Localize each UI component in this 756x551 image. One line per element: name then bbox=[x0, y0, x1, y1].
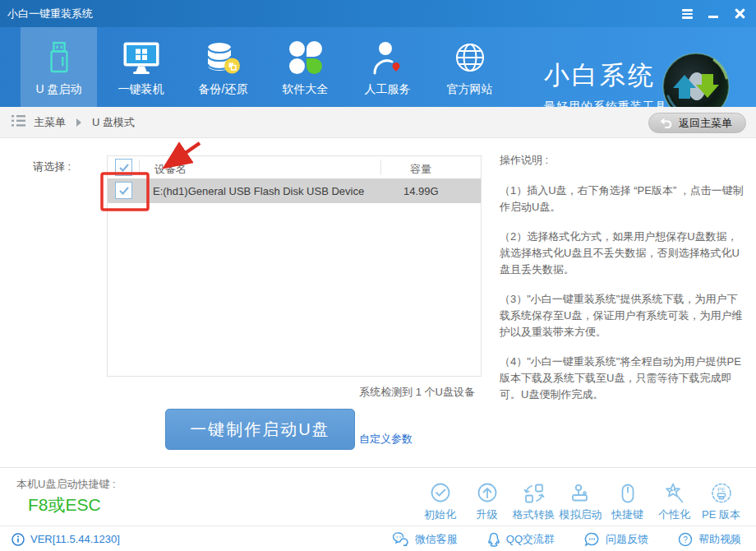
column-header-device-name: 设备名 bbox=[154, 162, 187, 177]
tools-row: 初始化 升级 格式转换 模拟 bbox=[417, 482, 744, 522]
custom-params-link[interactable]: 自定义参数 bbox=[359, 432, 413, 447]
footer-links: 微信客服 QQ交流群 问题反馈 bbox=[393, 532, 741, 547]
column-header-capacity: 容量 bbox=[410, 162, 431, 177]
back-button-label: 返回主菜单 bbox=[679, 116, 732, 131]
nav-tab-label: 备份/还原 bbox=[199, 82, 248, 97]
monitor-icon bbox=[122, 39, 160, 76]
close-icon[interactable] bbox=[734, 8, 746, 19]
column-divider bbox=[380, 160, 381, 175]
help-question-icon: ? bbox=[678, 532, 693, 547]
breadcrumb-arrow-icon bbox=[76, 118, 81, 127]
tool-pe-version[interactable]: PE PE 版本 bbox=[698, 482, 744, 522]
brand-name: 小白系统 bbox=[544, 58, 667, 93]
hotkey-label: 本机U盘启动快捷键 : bbox=[16, 477, 116, 492]
footer-link-label: QQ交流群 bbox=[506, 532, 555, 547]
device-table-header: 设备名 容量 bbox=[108, 156, 481, 178]
tool-initialize[interactable]: 初始化 bbox=[417, 482, 463, 522]
make-boot-usb-button[interactable]: 一键制作启动U盘 bbox=[165, 409, 355, 450]
select-label: 请选择 : bbox=[33, 160, 71, 174]
app-window: 小白一键重装系统 U 盘启动 bbox=[0, 0, 756, 551]
breadcrumb: 主菜单 U 盘模式 返回主菜单 bbox=[0, 107, 756, 138]
detect-status-text: 系统检测到 1 个U盘设备 bbox=[247, 385, 475, 400]
support-person-icon bbox=[371, 39, 404, 76]
backup-restore-icon bbox=[205, 39, 241, 76]
tool-label: 模拟启动 bbox=[560, 507, 602, 522]
nav-tab-label: 官方网站 bbox=[447, 82, 493, 97]
qq-group-link[interactable]: QQ交流群 bbox=[487, 532, 555, 547]
instruction-step: （2）选择格式化方式，如果用户想保存U盘数据，就选择格式化U盘且不丢失数据，否则… bbox=[500, 229, 748, 278]
breadcrumb-root[interactable]: 主菜单 bbox=[34, 115, 66, 130]
main-content: 请选择 : 设备名 容量 E:(hd1)General USB Flash Di… bbox=[0, 138, 756, 467]
instruction-step: （4）"小白一键重装系统"将全程自动为用户提供PE版本下载及系统下载至U盘，只需… bbox=[500, 354, 748, 403]
tool-personalize[interactable]: 个性化 bbox=[651, 482, 698, 522]
info-icon bbox=[12, 533, 25, 546]
nav-tab-label: U 盘启动 bbox=[36, 82, 82, 97]
mouse-icon bbox=[616, 482, 639, 505]
tool-label: 个性化 bbox=[658, 507, 690, 522]
device-table: 设备名 容量 E:(hd1)General USB Flash Disk USB… bbox=[107, 155, 482, 377]
nav-tab-backup-restore[interactable]: 备份/还原 bbox=[185, 27, 261, 107]
wechat-support-link[interactable]: 微信客服 bbox=[393, 532, 458, 547]
device-row[interactable]: E:(hd1)General USB Flash Disk USB Device… bbox=[108, 178, 481, 203]
tool-upgrade[interactable]: 升级 bbox=[463, 482, 510, 522]
pe-version-icon: PE bbox=[710, 482, 733, 505]
main-nav: U 盘启动 一键装机 bbox=[0, 27, 756, 107]
instructions-title: 操作说明 : bbox=[500, 152, 748, 169]
nav-tab-label: 一键装机 bbox=[118, 82, 164, 97]
simulate-boot-joystick-icon bbox=[569, 482, 592, 505]
bottom-bar: VER[11.5.44.1230] 微信客服 QQ交流群 bbox=[0, 526, 756, 551]
tool-label: 格式转换 bbox=[513, 507, 555, 522]
feedback-link[interactable]: 问题反馈 bbox=[584, 532, 648, 547]
tool-label: 初始化 bbox=[424, 507, 456, 522]
tool-format-convert[interactable]: 格式转换 bbox=[510, 482, 557, 522]
select-all-checkbox[interactable] bbox=[115, 159, 132, 176]
instructions-panel: 操作说明 : （1）插入U盘，右下角选择 “PE版本” ，点击一键制作启动U盘。… bbox=[500, 152, 748, 416]
svg-text:?: ? bbox=[683, 535, 688, 544]
instruction-step: （3）"小白一键重装系统"提供系统下载，为用户下载系统保存至U盘，保证用户有系统… bbox=[500, 291, 748, 340]
wechat-icon bbox=[393, 532, 409, 546]
tool-label: 快捷键 bbox=[611, 507, 643, 522]
help-video-link[interactable]: ? 帮助视频 bbox=[678, 532, 741, 547]
tool-simulate-boot[interactable]: 模拟启动 bbox=[557, 482, 604, 522]
svg-text:PE: PE bbox=[717, 486, 725, 493]
nav-tab-usb-boot[interactable]: U 盘启动 bbox=[21, 27, 97, 107]
usb-drive-icon bbox=[46, 39, 72, 76]
personalize-star-icon bbox=[663, 482, 686, 505]
window-title: 小白一键重装系统 bbox=[7, 7, 93, 21]
nav-tab-one-key-install[interactable]: 一键装机 bbox=[103, 27, 179, 107]
footer: 本机U盘启动快捷键 : F8或ESC 初始化 升级 bbox=[0, 467, 756, 551]
device-row-checkbox[interactable] bbox=[115, 182, 132, 199]
brand-block: 小白系统 最好用的系统重装工具 bbox=[544, 58, 667, 114]
column-divider bbox=[139, 160, 140, 175]
back-to-main-menu-button[interactable]: 返回主菜单 bbox=[648, 113, 746, 133]
globe-icon bbox=[454, 39, 486, 76]
init-check-circle-icon bbox=[429, 482, 452, 505]
software-clover-icon bbox=[289, 39, 322, 76]
nav-tab-software[interactable]: 软件大全 bbox=[267, 27, 343, 107]
qq-icon bbox=[487, 532, 500, 547]
nav-tab-website[interactable]: 官方网站 bbox=[431, 27, 508, 107]
menu-icon[interactable] bbox=[681, 8, 694, 19]
breadcrumb-current: U 盘模式 bbox=[92, 115, 135, 130]
version-block: VER[11.5.44.1230] bbox=[12, 533, 120, 546]
instruction-step: （1）插入U盘，右下角选择 “PE版本” ，点击一键制作启动U盘。 bbox=[500, 183, 748, 215]
feedback-bubble-icon bbox=[584, 532, 600, 547]
list-icon bbox=[12, 115, 25, 130]
device-name-cell: E:(hd1)General USB Flash Disk USB Device bbox=[153, 185, 364, 197]
version-text: VER[11.5.44.1230] bbox=[30, 533, 120, 545]
device-capacity-cell: 14.99G bbox=[403, 185, 439, 197]
footer-link-label: 帮助视频 bbox=[698, 532, 741, 547]
minimize-icon[interactable] bbox=[708, 8, 720, 19]
tool-label: PE 版本 bbox=[702, 507, 740, 522]
title-bar: 小白一键重装系统 bbox=[0, 0, 756, 27]
footer-link-label: 问题反馈 bbox=[606, 532, 648, 547]
nav-tab-label: 软件大全 bbox=[283, 82, 329, 97]
nav-tab-support[interactable]: 人工服务 bbox=[349, 27, 426, 107]
format-convert-icon bbox=[523, 482, 546, 505]
hotkey-value: F8或ESC bbox=[28, 493, 101, 516]
tool-label: 升级 bbox=[477, 507, 498, 522]
tool-hotkeys[interactable]: 快捷键 bbox=[604, 482, 651, 522]
nav-tab-label: 人工服务 bbox=[365, 82, 411, 97]
return-arrow-icon bbox=[659, 117, 673, 129]
upgrade-arrow-icon bbox=[476, 482, 499, 505]
